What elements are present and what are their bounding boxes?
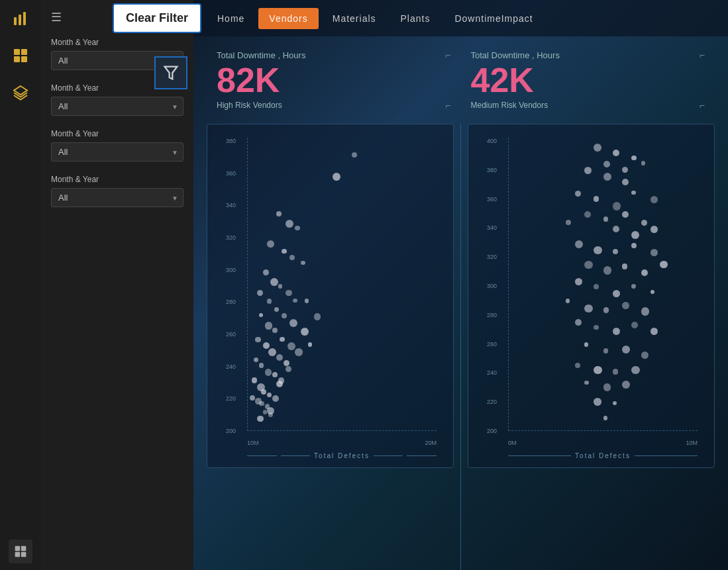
scatter-dot [613,290,620,297]
scatter-dot [270,278,278,286]
nav-home[interactable]: Home [207,8,255,29]
svg-rect-6 [21,56,27,62]
filter-select-wrapper-4: All [51,188,183,207]
scatter-dot [631,191,636,195]
scatter-dot [613,150,619,156]
windows-icon[interactable] [9,540,32,563]
metric-label-1: Total Downtime , Hours ⌐ [217,50,451,60]
svg-marker-12 [165,67,178,79]
scatter-dot [594,325,598,330]
scatter-dot [641,161,646,166]
scatter-dot [261,389,266,395]
metric-sublabel-2: Medium Risk Vendors ⌐ [471,100,705,111]
scatter-dot [276,381,283,387]
main-inner: Total Downtime , Hours ⌐ 82K High Risk V… [193,36,728,570]
scatter-dot [603,266,611,274]
clear-filter-label: Clear Filter [126,11,188,24]
scatter-dot [255,337,261,343]
svg-rect-1 [19,15,21,25]
scatter-dot [308,342,312,346]
scatter-dot [613,369,618,374]
y-tick-280-c2: 280 [487,312,507,318]
scatter-dot [631,366,640,375]
scatter-dot [263,269,269,275]
scatter-dot [254,357,258,362]
scatter-dot [641,307,650,316]
scatter-dot [603,416,608,420]
metric-value-2: 42K [471,63,705,97]
hamburger-menu[interactable]: ☰ [51,10,62,24]
scatter-dot [650,328,658,335]
scatter-dot [575,363,580,368]
scatter-dot [584,342,588,346]
scatter-dot [284,360,289,366]
y-tick-340-c1: 340 [226,202,246,209]
y-tick-320-c1: 320 [226,234,246,241]
scatter-dot [622,302,629,309]
scatter-dot [259,401,264,406]
scatter-dot [295,348,303,356]
y-tick-220-c2: 220 [487,399,507,405]
scatter-dot [622,263,627,269]
layers-icon[interactable] [9,81,32,105]
nav-materials[interactable]: Materials [322,8,387,29]
svg-rect-2 [23,12,26,25]
scatter-dot [267,393,272,397]
scatter-dot [622,346,630,354]
scatter-dot [333,173,340,181]
scatter-dot [293,299,297,303]
nav-downtime-impact[interactable]: DowntimeImpact [444,8,543,29]
scatter-dot [660,261,668,269]
scatter-dot [613,328,620,335]
charts-row: 200 220 240 260 280 300 320 340 360 380 … [193,124,728,570]
scatter-dot [641,352,649,359]
scatter-dot [594,196,599,201]
corner-bracket-1: ⌐ [445,50,450,60]
nav-vendors[interactable]: Vendors [258,8,318,29]
scatter-dot [631,284,636,289]
scatter-dot [575,240,583,248]
scatter-dot [267,240,274,248]
scatter-dot [295,226,300,231]
x-axis-label-c2: Total Defects [508,452,698,459]
corner-bracket-2: ⌐ [700,50,705,60]
y-tick-220-c1: 220 [226,395,246,402]
scatter-dot [622,381,630,389]
filter-icon-button[interactable] [154,56,187,89]
nav-plants[interactable]: Plants [390,8,441,29]
grid-icon[interactable] [9,44,32,68]
svg-rect-5 [14,56,20,62]
scatter-dot [603,161,610,167]
scatter-dot [622,211,629,218]
scatter-dot [265,369,272,375]
scatter-dot [594,144,601,152]
scatter-dot [265,322,273,330]
scatter-dot [276,211,282,216]
bar-chart-icon[interactable] [9,7,32,30]
scatter-dot [641,269,649,277]
scatter-dot [631,243,637,248]
scatter-dot [622,167,628,173]
filter-select-wrapper-2: All [51,97,183,116]
scatter-dot [267,299,272,304]
scatter-dot [280,337,284,342]
y-tick-260-c2: 260 [487,341,507,348]
scatter-dot [257,416,264,422]
scatter-dot [575,278,582,285]
scatter-dot [566,220,572,226]
y-tick-240-c2: 240 [487,369,507,376]
x-tick-0m-c2: 0M [508,440,517,446]
filter-select-4[interactable]: All [51,188,183,207]
y-tick-280-c1: 280 [226,299,246,305]
filter-label-1: Month & Year [51,38,183,47]
clear-filter-tooltip[interactable]: Clear Filter [113,3,201,33]
scatter-dot [613,226,620,233]
scatter-plot-2 [508,138,698,431]
y-tick-340-c2: 340 [487,224,507,231]
x-tick-10m-c1: 10M [247,440,259,446]
metric-card-2: Total Downtime , Hours ⌐ 42K Medium Risk… [461,43,715,117]
top-nav: Home Vendors Materials Plants DowntimeIm… [193,0,728,36]
filter-select-2[interactable]: All [51,97,183,116]
scatter-dot [631,231,639,239]
filter-select-3[interactable]: All [51,142,183,162]
